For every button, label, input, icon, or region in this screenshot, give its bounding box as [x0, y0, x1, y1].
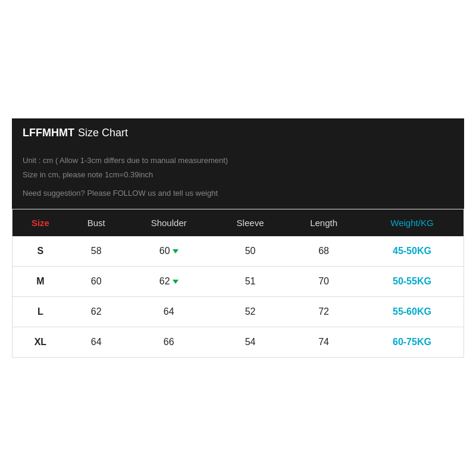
- cell-size-row2: L: [12, 296, 68, 327]
- size-chart-container: LFFMHMT Size Chart Unit : cm ( Allow 1-3…: [12, 118, 464, 357]
- cell-size-row0: S: [12, 236, 68, 267]
- col-header-bust: Bust: [68, 209, 124, 236]
- cell-length-row3: 74: [287, 327, 361, 357]
- table-row: L6264527255-60KG: [12, 296, 464, 327]
- info-line-1: Unit : cm ( Allow 1-3cm differs due to m…: [23, 154, 453, 167]
- col-header-weight: Weight/KG: [361, 209, 464, 236]
- col-header-shoulder: Shoulder: [124, 209, 214, 236]
- header-bar: LFFMHMT Size Chart: [12, 118, 464, 148]
- info-line-3: Need suggestion? Please FOLLOW us and te…: [23, 186, 453, 200]
- cell-bust-row0: 58: [68, 236, 124, 267]
- table-row: S5860506845-50KG: [12, 236, 464, 267]
- cell-sleeve-row2: 52: [214, 296, 287, 327]
- col-header-length: Length: [287, 209, 361, 236]
- info-section: Unit : cm ( Allow 1-3cm differs due to m…: [12, 148, 464, 208]
- cell-sleeve-row3: 54: [214, 327, 287, 357]
- cell-weight-row0: 45-50KG: [361, 236, 464, 267]
- chart-title: Size Chart: [78, 127, 128, 139]
- cell-length-row0: 68: [287, 236, 361, 267]
- cell-weight-row3: 60-75KG: [361, 327, 464, 357]
- cell-weight-row2: 55-60KG: [361, 296, 464, 327]
- cell-bust-row1: 60: [68, 266, 124, 296]
- cell-weight-row1: 50-55KG: [361, 266, 464, 296]
- cell-shoulder-row0: 60: [124, 236, 214, 267]
- chevron-down-icon: [173, 249, 178, 253]
- table-row: XL6466547460-75KG: [12, 327, 464, 357]
- chevron-down-icon: [173, 280, 178, 284]
- cell-size-row3: XL: [12, 327, 68, 357]
- cell-size-row1: M: [12, 266, 68, 296]
- brand-name: LFFMHMT: [23, 127, 74, 139]
- cell-sleeve-row0: 50: [214, 236, 287, 267]
- col-header-sleeve: Sleeve: [214, 209, 287, 236]
- cell-shoulder-row2: 64: [124, 296, 214, 327]
- cell-length-row2: 72: [287, 296, 361, 327]
- cell-length-row1: 70: [287, 266, 361, 296]
- table-header-row: Size Bust Shoulder Sleeve Length Weight/…: [12, 209, 464, 236]
- table-row: M6062517050-55KG: [12, 266, 464, 296]
- table-wrapper: Size Bust Shoulder Sleeve Length Weight/…: [12, 209, 464, 358]
- col-header-size: Size: [12, 209, 68, 236]
- cell-shoulder-row3: 66: [124, 327, 214, 357]
- size-table: Size Bust Shoulder Sleeve Length Weight/…: [12, 209, 464, 357]
- cell-bust-row2: 62: [68, 296, 124, 327]
- cell-shoulder-row1: 62: [124, 266, 214, 296]
- cell-bust-row3: 64: [68, 327, 124, 357]
- cell-sleeve-row1: 51: [214, 266, 287, 296]
- info-line-2: Size in cm, please note 1cm=0.39inch: [23, 168, 453, 181]
